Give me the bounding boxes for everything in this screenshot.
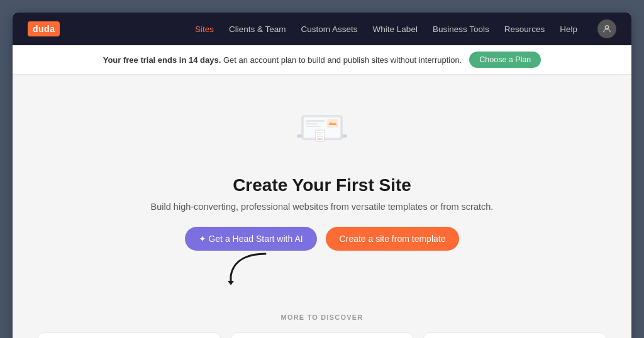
user-avatar[interactable] [597,19,616,38]
logo[interactable]: duda [28,21,60,36]
nav-help[interactable]: Help [560,25,577,34]
nav-business-tools[interactable]: Business Tools [433,25,489,34]
client-management-card: Client Management Control what your clie… [231,332,414,338]
hero-title: Create Your First Site [38,175,606,195]
svg-rect-7 [327,119,338,128]
svg-rect-11 [317,136,323,137]
ai-button[interactable]: ✦ Get a Head Start with AI [185,227,317,251]
white-label-card: White Label Your brand, our platform. St… [38,332,221,338]
svg-rect-6 [306,126,321,127]
svg-rect-10 [317,134,322,135]
svg-rect-5 [306,123,318,124]
choose-plan-button[interactable]: Choose a Plan [469,52,541,68]
nav-custom-assets[interactable]: Custom Assets [301,25,358,34]
hero-section: Create Your First Site Build high-conver… [25,100,619,307]
arrow-container [38,251,606,288]
hero-illustration [284,106,360,163]
hero-buttons: ✦ Get a Head Start with AI Create a site… [38,227,606,251]
arrow-icon [228,251,278,285]
main-content: Create Your First Site Build high-conver… [13,75,631,338]
more-label: MORE TO DISCOVER [25,313,619,321]
trial-banner: Your free trial ends in 14 days. Get an … [13,45,631,75]
nav-resources[interactable]: Resources [504,25,545,34]
nav-clients-team[interactable]: Clients & Team [229,25,286,34]
nav-white-label[interactable]: White Label [373,25,418,34]
template-button[interactable]: Create a site from template [326,227,460,251]
cards-grid: White Label Your brand, our platform. St… [25,332,619,338]
browser-window: duda Sites Clients & Team Custom Assets … [13,13,631,338]
svg-rect-4 [306,120,325,122]
hero-subtitle: Build high-converting, professional webs… [38,202,606,212]
nav-sites[interactable]: Sites [195,25,214,34]
svg-rect-9 [317,132,323,133]
svg-marker-13 [228,281,234,285]
navbar: duda Sites Clients & Team Custom Assets … [13,13,631,45]
trial-text: Your free trial ends in 14 days. Get an … [103,55,462,65]
svg-point-0 [605,26,608,29]
svg-rect-12 [317,138,323,140]
nav-links: Sites Clients & Team Custom Assets White… [195,19,616,38]
client-billing-card: Client Billing Simplify charging clients… [423,332,606,338]
